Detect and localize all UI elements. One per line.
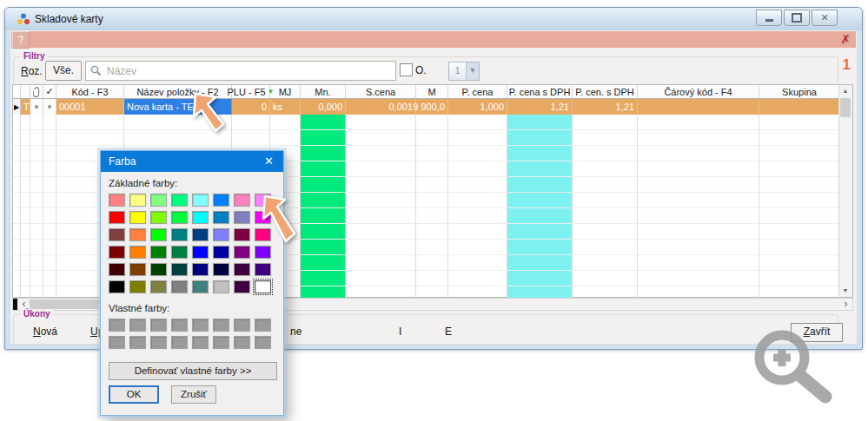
table-row[interactable]: ▶T00001Nova karta - TEST0ks0,0000,0019 9… (13, 99, 852, 115)
row-cell-1[interactable]: T (21, 99, 30, 115)
row-cell-2[interactable] (30, 99, 43, 115)
basic-color-swatch-#0080c0[interactable] (213, 211, 229, 224)
basic-color-swatch-#000000[interactable] (109, 280, 125, 293)
basic-color-swatch-#804000[interactable] (129, 263, 146, 276)
basic-color-swatch-#400040[interactable] (234, 280, 250, 293)
empty-row[interactable] (13, 115, 852, 130)
basic-color-swatch-#000040[interactable] (213, 263, 229, 276)
basic-color-swatch-#0000ff[interactable] (192, 246, 209, 259)
splitter-handle[interactable] (13, 299, 17, 310)
basic-color-swatch-#ff8080[interactable] (109, 194, 125, 207)
basic-color-swatch-#008080[interactable] (171, 228, 188, 241)
row-cell-13[interactable]: 1,21 (573, 99, 638, 115)
basic-color-swatch-#400080[interactable] (255, 263, 271, 276)
basic-color-swatch-#808080[interactable] (171, 280, 188, 293)
basic-color-swatch-#ffff80[interactable] (129, 194, 146, 207)
basic-color-swatch-#008000[interactable] (150, 246, 167, 259)
row-cell-4[interactable]: 00001 (56, 99, 124, 115)
basic-color-swatch-#808040[interactable] (150, 280, 167, 293)
column-header-p-cena[interactable]: P. cena (448, 85, 507, 98)
dialog-close-icon[interactable]: ✕ (264, 155, 274, 168)
maximize-button[interactable] (784, 10, 810, 26)
column-header-mj[interactable]: MJ (270, 85, 301, 98)
basic-color-swatch-#800040[interactable] (234, 228, 250, 241)
row-cell-9[interactable]: 0,001 (346, 99, 416, 115)
basic-color-swatch-#408080[interactable] (192, 280, 209, 293)
row-cell-7[interactable]: ks (270, 99, 301, 115)
column-header-s-cena[interactable]: S.cena (346, 85, 416, 98)
basic-color-swatch-#004080[interactable] (192, 228, 209, 241)
row-cell-11[interactable]: 1,000 (448, 99, 507, 115)
o-checkbox[interactable] (400, 63, 413, 76)
custom-color-swatch[interactable] (129, 319, 146, 332)
column-header-p-cen-s-dph[interactable]: P. cen. s DPH (573, 85, 638, 98)
toolbar-close-icon[interactable]: ✗ (840, 32, 851, 46)
basic-color-swatch-#004000[interactable] (150, 263, 167, 276)
row-cell-12[interactable]: 1,21 (507, 99, 573, 115)
basic-color-swatch-#0000a0[interactable] (213, 246, 229, 259)
custom-color-swatch[interactable] (255, 319, 271, 332)
custom-color-swatch[interactable] (255, 336, 271, 349)
basic-color-swatch-#0080ff[interactable] (213, 194, 229, 207)
row-cell-8[interactable]: 0,000 (301, 99, 346, 115)
scroll-right-icon[interactable]: › (840, 299, 851, 310)
basic-color-swatch-#80ffff[interactable] (192, 194, 209, 207)
close-button[interactable]: ✕ (812, 10, 838, 26)
vse-button[interactable]: Vše. (45, 61, 82, 81)
dialog-title-bar[interactable]: Farba ✕ (101, 151, 283, 172)
basic-color-swatch-#00ffff[interactable] (192, 211, 209, 224)
basic-color-swatch-#ffff00[interactable] (129, 211, 146, 224)
column-header-m[interactable]: M (416, 85, 448, 98)
basic-color-swatch-#800000[interactable] (109, 246, 125, 259)
search-input[interactable] (105, 64, 395, 78)
basic-color-swatch-#804040[interactable] (109, 228, 125, 241)
i-button[interactable]: I (399, 326, 401, 338)
scroll-down-icon[interactable]: ▼ (839, 285, 851, 297)
column-header--rov-k-d-f4[interactable]: Čárový kód - F4 (638, 85, 759, 98)
ne-label[interactable]: ne (290, 326, 301, 338)
row-cell-14[interactable] (638, 99, 759, 115)
basic-color-swatch-#8080c0[interactable] (234, 211, 250, 224)
minimize-button[interactable] (756, 10, 782, 26)
basic-color-swatch-#00ff00[interactable] (150, 228, 167, 241)
column-header-col1[interactable] (21, 85, 30, 98)
custom-color-swatch[interactable] (213, 319, 229, 332)
basic-color-swatch-#008040[interactable] (171, 246, 188, 259)
basic-color-swatch-#c0c0c0[interactable] (213, 280, 229, 293)
new-button[interactable]: Nová (33, 326, 57, 338)
custom-color-swatch[interactable] (171, 336, 188, 349)
basic-color-swatch-#00ff80[interactable] (171, 194, 188, 207)
column-header-col2[interactable] (30, 85, 43, 98)
basic-color-swatch-#808000[interactable] (129, 280, 146, 293)
vertical-scroll-thumb[interactable] (840, 98, 851, 117)
basic-color-swatch-#80ff00[interactable] (150, 211, 167, 224)
basic-color-swatch-#ff8040[interactable] (129, 228, 146, 241)
custom-color-swatch[interactable] (150, 336, 167, 349)
basic-color-swatch-#ff0000[interactable] (109, 211, 125, 224)
custom-color-swatch[interactable] (234, 336, 250, 349)
ok-button[interactable]: OK (109, 385, 159, 404)
row-cell-15[interactable] (759, 99, 840, 115)
column-header-col0[interactable] (13, 85, 21, 98)
basic-color-swatch-#ff80c0[interactable] (234, 194, 250, 207)
column-header-mn-[interactable]: Mn. (301, 85, 346, 98)
column-header-k-d-f3[interactable]: Kód - F3 (56, 85, 124, 98)
scroll-up-icon[interactable]: ▲ (839, 85, 851, 97)
custom-color-swatch[interactable] (192, 336, 209, 349)
empty-row[interactable] (13, 130, 852, 146)
title-bar[interactable]: Skladové karty ✕ (5, 8, 862, 30)
custom-color-swatch[interactable] (109, 336, 125, 349)
column-header-p-cena-s-dph[interactable]: P. cena s DPH (507, 85, 573, 98)
basic-color-swatch-#8080ff[interactable] (213, 228, 229, 241)
basic-color-swatch-#ffffff[interactable] (255, 280, 271, 293)
page-dropdown[interactable]: 1 ▼ (448, 62, 480, 81)
vertical-scrollbar[interactable]: ▲ ▼ (838, 85, 852, 297)
row-cell-3[interactable] (43, 99, 56, 115)
basic-color-swatch-#000080[interactable] (192, 263, 209, 276)
help-button[interactable]: ? (12, 31, 30, 49)
e-button[interactable]: E (445, 326, 452, 338)
basic-color-swatch-#400000[interactable] (109, 263, 125, 276)
cancel-button[interactable]: Zrušiť (171, 385, 216, 404)
row-cell-0[interactable]: ▶ (13, 99, 21, 115)
roz-label[interactable]: Roz. (21, 65, 43, 77)
